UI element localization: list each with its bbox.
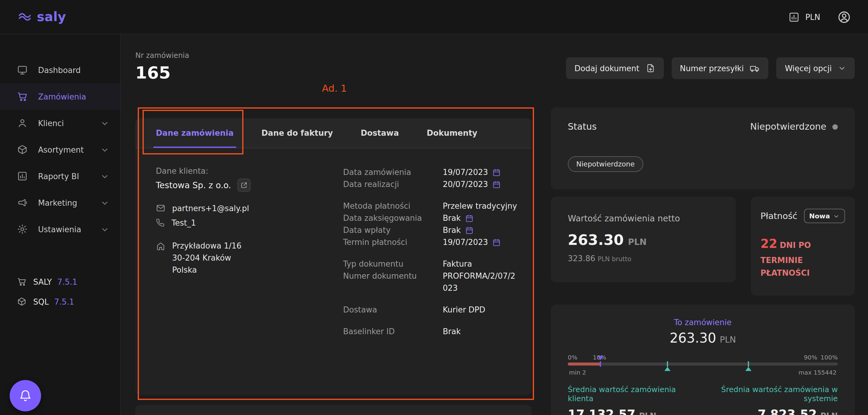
client-name: Testowa Sp. z o.o. [156,180,231,190]
this-order-amount: 263.30PLN [568,331,838,346]
payment-card: Płatność Nowa 22DNI PO TERMINIE PŁATNOŚC… [751,197,855,296]
currency-chart-icon [788,11,800,23]
field-realization-date: Data realizacji 20/07/2023 [343,178,520,191]
client-average-label: Średnia wartość zamówienia klienta [568,385,695,403]
order-details-body: Dane klienta: Testowa Sp. z o.o. partner… [135,148,532,347]
client-phone: Test_1 [172,218,196,228]
calendar-icon[interactable] [465,226,473,235]
sidebar-item-assortment[interactable]: Asortyment [0,136,120,163]
sidebar-nav: Dashboard Zamówienia Klienci Asortyment … [0,57,120,242]
shipping-number-button[interactable]: Numer przesyłki [672,57,769,79]
notifications-fab[interactable] [10,380,41,411]
account-menu-button[interactable] [837,10,851,24]
chevron-down-icon [833,213,840,219]
scale-min: min 2 [569,369,586,376]
gross-value: 323.86PLN brutto [568,254,719,263]
payment-status-dropdown[interactable]: Nowa [804,209,845,223]
field-payment-method: Metoda płatności Przelew tradycyjny [343,200,520,212]
client-email-row: partners+1@saly.pl [156,203,343,213]
field-payment-date: Data wpłaty Brak [343,224,520,237]
more-options-button[interactable]: Więcej opcji [776,57,855,79]
status-chip[interactable]: Niepotwierdzone [568,156,643,172]
saly-version-row: SALY 7.5.1 [17,274,120,289]
tab-invoice-data[interactable]: Dane do faktury [261,118,333,148]
order-fields: Data zamówienia 19/07/2023 Data realizac… [343,167,520,347]
currency-label: PLN [805,12,820,22]
sidebar-item-bi-reports[interactable]: Raporty BI [0,163,120,189]
sidebar-item-label: Raporty BI [38,172,79,181]
calendar-icon[interactable] [492,168,501,177]
cart-icon [17,91,28,102]
system-avg-marker-icon [665,367,671,371]
net-value-card: Wartość zamówienia netto 263.30PLN 323.8… [551,197,736,282]
cube-icon [17,297,27,306]
topbar: saly PLN [0,0,868,34]
sidebar-item-label: Marketing [38,198,77,207]
overdue-warning: 22DNI PO TERMINIE PŁATNOŚCI [761,234,845,280]
client-address-row: Przykładowa 1/16 30-204 Kraków Polska [156,240,343,276]
calendar-icon[interactable] [465,214,473,222]
client-average-block: Średnia wartość zamówienia klienta 17 13… [568,385,695,415]
order-marker-icon [597,356,603,360]
sidebar-item-label: Zamówienia [38,92,86,101]
monitor-icon [17,65,28,75]
home-icon [156,241,165,251]
sidebar-item-marketing[interactable]: Marketing [0,189,120,216]
add-document-button[interactable]: Dodaj dokument [566,57,663,79]
saly-version-label: SALY [33,277,52,286]
net-value-amount: 263.30PLN [568,232,719,248]
currency-selector[interactable]: PLN [788,11,820,23]
payment-title: Płatność [761,211,797,221]
order-value-gauge: 0% 10% 90% 100% m [568,354,838,376]
bar-chart-icon [17,171,28,181]
open-client-button[interactable] [237,178,250,192]
mail-icon [156,203,165,213]
version-info: SALY 7.5.1 SQL 7.5.1 [0,274,120,309]
user-circle-icon [837,10,851,24]
brand-name: saly [37,10,66,24]
field-order-date: Data zamówienia 19/07/2023 [343,167,520,178]
sidebar-item-settings[interactable]: Ustawienia [0,216,120,242]
overdue-days: 22 [761,237,777,251]
tab-delivery[interactable]: Dostawa [361,118,399,148]
right-column: Status Niepotwierdzone Niepotwierdzone W… [551,107,855,415]
megaphone-icon [17,197,28,208]
tab-documents[interactable]: Dokumenty [427,118,477,148]
status-value: Niepotwierdzone [750,121,838,132]
scale-max: max 155442 [799,369,837,376]
calendar-icon[interactable] [492,180,501,189]
field-delivery: Dostawa Kurier DPD [343,304,520,316]
status-title: Status [568,121,597,132]
app-window: saly PLN Dashboard Zamówienia [0,0,868,415]
external-link-icon [240,181,247,189]
sidebar-item-label: Dashboard [38,65,81,74]
add-document-label: Dodaj dokument [575,64,639,73]
sidebar-item-orders[interactable]: Zamówienia [0,83,120,110]
brand-logo[interactable]: saly [17,10,66,24]
sidebar-item-dashboard[interactable]: Dashboard [0,57,120,83]
client-avg-marker-icon [746,367,752,371]
gauge-red-segment [568,362,600,366]
client-address-line2: 30-204 Kraków [172,252,242,264]
calendar-icon[interactable] [492,238,501,247]
chevron-down-icon [100,225,109,234]
chevron-down-icon [838,64,846,72]
scale-90: 90% [804,354,817,361]
order-tick [599,361,601,367]
sql-version-label: SQL [33,297,49,306]
order-value-gauge-card: To zamówienie 263.30PLN 0% 10% 90% 100% [551,305,855,415]
scale-100: 100% [820,354,838,361]
tab-order-data[interactable]: Dane zamówienia [156,118,234,148]
client-avg-tick [748,361,749,367]
field-payment-deadline: Termin płatności 19/07/2023 [343,237,520,248]
system-avg-tick [667,361,669,367]
person-icon [17,117,28,129]
sidebar-item-clients[interactable]: Klienci [0,110,120,136]
order-number-value: 165 [135,63,189,83]
currency-suffix: PLN [628,237,647,247]
chevron-down-icon [100,145,109,154]
order-number-label: Nr zamówienia [135,51,189,60]
this-order-label: To zamówienie [568,318,838,327]
status-card: Status Niepotwierdzone Niepotwierdzone [551,107,855,189]
client-address-line3: Polska [172,264,242,276]
